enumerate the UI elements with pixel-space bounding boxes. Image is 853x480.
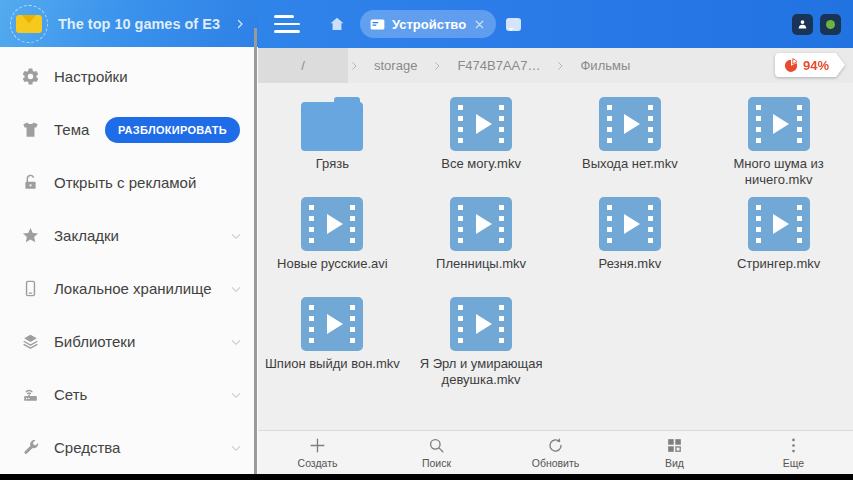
video-file-icon [301, 197, 363, 251]
topbar: Устройство [258, 0, 853, 48]
file-item[interactable]: Пленницы.mkv [407, 193, 556, 272]
promo-banner[interactable]: The top 10 games of E3 2017 [0, 0, 258, 47]
file-item[interactable]: Шпион выйди вон.mkv [258, 293, 407, 372]
view-button[interactable]: Вид [615, 431, 734, 474]
toolbar-label: Создать [298, 457, 338, 469]
home-icon[interactable] [328, 15, 346, 33]
gear-icon [20, 67, 40, 87]
breadcrumb: / storage F474B7AA7… Фильмы 94% [258, 48, 853, 83]
play-icon [476, 114, 492, 134]
file-name: Я Эрл и умирающая девушка.mkv [410, 356, 552, 388]
create-button[interactable]: Создать [258, 431, 377, 474]
video-file-icon [450, 297, 512, 351]
chevron-right-icon [554, 60, 566, 72]
toolbar-label: Вид [665, 457, 684, 469]
file-item[interactable]: Стрингер.mkv [704, 193, 853, 272]
plus-icon [308, 436, 327, 455]
file-name: Пленницы.mkv [436, 256, 526, 272]
sidebar-menu: Настройки Тема РАЗБЛОКИРОВАТЬ Открыть с … [0, 47, 258, 474]
new-window-icon[interactable] [506, 18, 521, 31]
promo-title: The top 10 games of E3 2017 [58, 16, 224, 32]
sidebar-item-local-storage[interactable]: Локальное хранилище [0, 262, 258, 315]
file-name: Все могу.mkv [441, 156, 521, 172]
toolbar-label: Обновить [532, 457, 580, 469]
play-icon [476, 314, 492, 334]
breadcrumb-storage[interactable]: storage [360, 48, 431, 83]
play-icon [327, 314, 343, 334]
sidebar: The top 10 games of E3 2017 Настройки Те… [0, 0, 258, 474]
file-item[interactable]: Новые русские.avi [258, 193, 407, 272]
breadcrumb-folder[interactable]: Фильмы [566, 48, 644, 83]
chevron-down-icon [228, 228, 244, 244]
close-tab-icon[interactable] [473, 18, 486, 31]
search-icon [427, 436, 446, 455]
file-manager-app: The top 10 games of E3 2017 Настройки Те… [0, 0, 853, 480]
breadcrumb-device-id[interactable]: F474B7AA7… [443, 48, 554, 83]
chevron-right-icon [348, 60, 360, 72]
play-icon [327, 214, 343, 234]
video-file-icon [748, 97, 810, 151]
tshirt-icon [20, 120, 40, 140]
chevron-right-icon [431, 60, 443, 72]
file-item[interactable]: Я Эрл и умирающая девушка.mkv [407, 293, 556, 388]
sidebar-item-libraries[interactable]: Библиотеки [0, 315, 258, 368]
video-file-icon [450, 97, 512, 151]
video-file-icon [301, 297, 363, 351]
file-name: Выхода нет.mkv [582, 156, 678, 172]
bottom-toolbar: Создать Поиск Обновить Вид Еще [258, 430, 853, 474]
search-button[interactable]: Поиск [377, 431, 496, 474]
folder-item[interactable]: Грязь [258, 93, 407, 172]
sidebar-item-open-with-ads[interactable]: Открыть с рекламой [0, 156, 258, 209]
chevron-down-icon [228, 440, 244, 456]
play-icon [773, 214, 789, 234]
star-icon [20, 226, 40, 246]
file-item[interactable]: Много шума из ничего.mkv [704, 93, 853, 188]
chevron-down-icon [228, 387, 244, 403]
green-dot-icon [820, 14, 841, 35]
sidebar-item-tools[interactable]: Средства [0, 421, 258, 474]
tab-device[interactable]: Устройство [360, 10, 496, 38]
breadcrumb-root[interactable]: / [258, 48, 348, 83]
mail-icon [16, 15, 42, 33]
sidebar-item-label: Локальное хранилище [54, 280, 228, 297]
network-icon [20, 385, 40, 405]
grid-view-icon [665, 436, 684, 455]
more-dots-icon [784, 436, 803, 455]
file-item[interactable]: Выхода нет.mkv [556, 93, 705, 172]
pie-chart-icon [783, 57, 799, 73]
refresh-icon [546, 436, 565, 455]
device-icon [370, 18, 385, 31]
sidebar-item-bookmarks[interactable]: Закладки [0, 209, 258, 262]
play-icon [476, 214, 492, 234]
sidebar-item-label: Тема [54, 121, 105, 138]
sidebar-item-theme[interactable]: Тема РАЗБЛОКИРОВАТЬ [0, 103, 258, 156]
chevron-down-icon [228, 281, 244, 297]
more-button[interactable]: Еще [734, 431, 853, 474]
unlock-theme-button[interactable]: РАЗБЛОКИРОВАТЬ [105, 117, 240, 143]
menu-icon[interactable] [274, 15, 300, 33]
toolbar-label: Еще [783, 457, 804, 469]
sidebar-item-label: Открыть с рекламой [54, 174, 244, 191]
toolbar-label: Поиск [422, 457, 451, 469]
video-file-icon [599, 197, 661, 251]
sidebar-item-label: Закладки [54, 227, 228, 244]
sidebar-item-settings[interactable]: Настройки [0, 50, 258, 103]
play-icon [624, 114, 640, 134]
mute-person-icon [792, 14, 813, 35]
mail-icon-ring [10, 5, 48, 43]
sidebar-item-network[interactable]: Сеть [0, 368, 258, 421]
file-name: Шпион выйди вон.mkv [265, 356, 400, 372]
file-item[interactable]: Все могу.mkv [407, 93, 556, 172]
file-name: Новые русские.avi [277, 256, 388, 272]
refresh-button[interactable]: Обновить [496, 431, 615, 474]
unlock-icon [20, 173, 40, 193]
sidebar-scrollbar[interactable] [254, 28, 257, 474]
phone-icon [20, 279, 40, 299]
sidebar-item-label: Сеть [54, 386, 228, 403]
usage-percent: 94% [803, 58, 829, 73]
file-name: Стрингер.mkv [737, 256, 820, 272]
storage-usage-badge[interactable]: 94% [775, 53, 845, 77]
chevron-down-icon [228, 334, 244, 350]
chevron-right-icon [234, 18, 246, 30]
file-item[interactable]: Резня.mkv [556, 193, 705, 272]
